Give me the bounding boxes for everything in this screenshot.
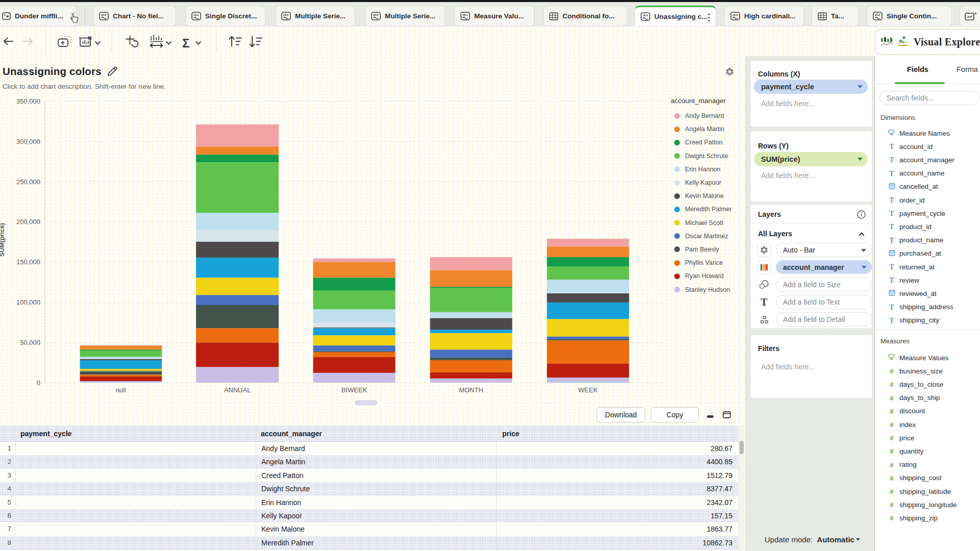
svg-text:0: 0: [37, 379, 40, 387]
svg-text:250,000: 250,000: [16, 178, 40, 186]
svg-text:300,000: 300,000: [16, 138, 40, 145]
svg-text:350,000: 350,000: [16, 97, 40, 105]
svg-text:SUM(price): SUM(price): [0, 223, 6, 257]
svg-text:150,000: 150,000: [16, 258, 40, 266]
svg-text:WEEK: WEEK: [578, 386, 598, 394]
svg-text:BIWEEK: BIWEEK: [341, 386, 368, 394]
svg-text:ANNUAL: ANNUAL: [224, 386, 251, 394]
svg-text:100,000: 100,000: [16, 298, 40, 306]
svg-text:50,000: 50,000: [20, 339, 40, 346]
svg-text:200,000: 200,000: [16, 218, 40, 226]
svg-text:null: null: [115, 386, 126, 394]
svg-text:MONTH: MONTH: [459, 386, 483, 394]
